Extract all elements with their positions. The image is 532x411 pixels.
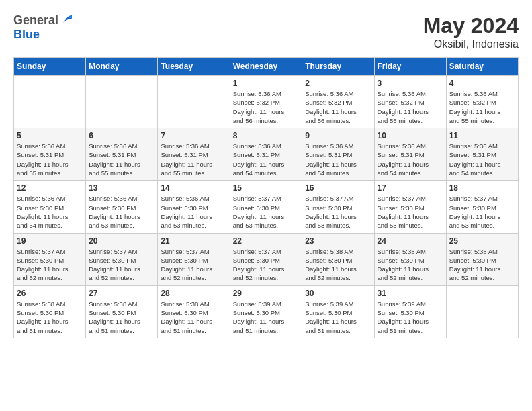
day-info: Sunrise: 5:36 AMSunset: 5:30 PMDaylight:… — [161, 194, 226, 230]
day-number: 29 — [233, 289, 300, 298]
day-number: 2 — [305, 79, 371, 88]
day-number: 10 — [378, 131, 443, 140]
calendar-cell: 24Sunrise: 5:38 AMSunset: 5:30 PMDayligh… — [374, 233, 446, 285]
calendar-cell: 8Sunrise: 5:36 AMSunset: 5:31 PMDaylight… — [230, 128, 302, 181]
day-number: 19 — [17, 236, 83, 246]
day-info: Sunrise: 5:36 AMSunset: 5:31 PMDaylight:… — [449, 142, 515, 177]
day-info: Sunrise: 5:37 AMSunset: 5:30 PMDaylight:… — [233, 247, 300, 283]
day-info: Sunrise: 5:36 AMSunset: 5:31 PMDaylight:… — [89, 142, 154, 177]
day-number: 30 — [305, 289, 371, 298]
day-info: Sunrise: 5:39 AMSunset: 5:30 PMDaylight:… — [378, 300, 443, 335]
day-number: 31 — [378, 289, 443, 298]
day-info: Sunrise: 5:37 AMSunset: 5:30 PMDaylight:… — [378, 194, 443, 230]
day-info: Sunrise: 5:36 AMSunset: 5:32 PMDaylight:… — [449, 89, 515, 125]
logo-blue-text: Blue — [13, 28, 40, 41]
calendar-cell: 9Sunrise: 5:36 AMSunset: 5:31 PMDaylight… — [302, 128, 374, 181]
day-info: Sunrise: 5:37 AMSunset: 5:30 PMDaylight:… — [17, 247, 83, 283]
calendar-cell: 7Sunrise: 5:36 AMSunset: 5:31 PMDaylight… — [158, 128, 230, 181]
month-title: May 2024 — [423, 13, 519, 38]
calendar-week-row: 1Sunrise: 5:36 AMSunset: 5:32 PMDaylight… — [14, 76, 519, 128]
logo-general-text: General — [13, 13, 58, 28]
day-info: Sunrise: 5:39 AMSunset: 5:30 PMDaylight:… — [305, 300, 371, 335]
calendar-week-row: 19Sunrise: 5:37 AMSunset: 5:30 PMDayligh… — [14, 233, 519, 285]
calendar-cell: 14Sunrise: 5:36 AMSunset: 5:30 PMDayligh… — [158, 181, 230, 233]
calendar-cell: 10Sunrise: 5:36 AMSunset: 5:31 PMDayligh… — [374, 128, 446, 181]
logo: General Blue — [13, 13, 72, 42]
header-row: SundayMondayTuesdayWednesdayThursdayFrid… — [14, 58, 519, 76]
calendar-cell: 30Sunrise: 5:39 AMSunset: 5:30 PMDayligh… — [302, 285, 374, 338]
day-info: Sunrise: 5:36 AMSunset: 5:31 PMDaylight:… — [17, 142, 83, 177]
day-number: 23 — [305, 236, 371, 246]
calendar-cell: 6Sunrise: 5:36 AMSunset: 5:31 PMDaylight… — [86, 128, 158, 181]
day-number: 27 — [89, 289, 154, 298]
day-info: Sunrise: 5:37 AMSunset: 5:30 PMDaylight:… — [161, 247, 226, 283]
day-number: 3 — [378, 79, 443, 88]
day-info: Sunrise: 5:37 AMSunset: 5:30 PMDaylight:… — [89, 247, 154, 283]
day-number: 25 — [449, 236, 515, 246]
day-info: Sunrise: 5:37 AMSunset: 5:30 PMDaylight:… — [305, 194, 371, 230]
calendar-cell: 23Sunrise: 5:38 AMSunset: 5:30 PMDayligh… — [302, 233, 374, 285]
day-info: Sunrise: 5:36 AMSunset: 5:31 PMDaylight:… — [233, 142, 300, 177]
day-info: Sunrise: 5:38 AMSunset: 5:30 PMDaylight:… — [161, 300, 226, 335]
day-header-wednesday: Wednesday — [230, 58, 302, 76]
calendar-cell: 21Sunrise: 5:37 AMSunset: 5:30 PMDayligh… — [158, 233, 230, 285]
day-header-tuesday: Tuesday — [158, 58, 230, 76]
calendar-cell: 5Sunrise: 5:36 AMSunset: 5:31 PMDaylight… — [14, 128, 86, 181]
day-header-thursday: Thursday — [302, 58, 374, 76]
calendar-cell: 16Sunrise: 5:37 AMSunset: 5:30 PMDayligh… — [302, 181, 374, 233]
calendar-cell: 17Sunrise: 5:37 AMSunset: 5:30 PMDayligh… — [374, 181, 446, 233]
calendar-week-row: 26Sunrise: 5:38 AMSunset: 5:30 PMDayligh… — [14, 285, 519, 338]
day-number: 20 — [89, 236, 154, 246]
day-number: 18 — [449, 183, 515, 193]
calendar-cell: 2Sunrise: 5:36 AMSunset: 5:32 PMDaylight… — [302, 76, 374, 128]
day-number: 28 — [161, 289, 226, 298]
calendar-cell: 3Sunrise: 5:36 AMSunset: 5:32 PMDaylight… — [374, 76, 446, 128]
calendar-cell: 22Sunrise: 5:37 AMSunset: 5:30 PMDayligh… — [230, 233, 302, 285]
title-block: May 2024 Oksibil, Indonesia — [423, 13, 519, 50]
day-info: Sunrise: 5:38 AMSunset: 5:30 PMDaylight:… — [89, 300, 154, 335]
day-number: 11 — [449, 131, 515, 140]
day-header-saturday: Saturday — [446, 58, 518, 76]
day-number: 24 — [378, 236, 443, 246]
day-number: 15 — [233, 183, 300, 193]
day-number: 12 — [17, 183, 83, 193]
day-header-monday: Monday — [86, 58, 158, 76]
location-title: Oksibil, Indonesia — [423, 38, 519, 50]
calendar-cell: 26Sunrise: 5:38 AMSunset: 5:30 PMDayligh… — [14, 285, 86, 338]
calendar-cell: 18Sunrise: 5:37 AMSunset: 5:30 PMDayligh… — [446, 181, 518, 233]
day-info: Sunrise: 5:36 AMSunset: 5:32 PMDaylight:… — [233, 89, 300, 125]
day-info: Sunrise: 5:36 AMSunset: 5:31 PMDaylight:… — [161, 142, 226, 177]
day-info: Sunrise: 5:38 AMSunset: 5:30 PMDaylight:… — [305, 247, 371, 283]
calendar-cell — [14, 76, 86, 128]
day-number: 6 — [89, 131, 154, 140]
calendar-cell: 29Sunrise: 5:39 AMSunset: 5:30 PMDayligh… — [230, 285, 302, 338]
calendar-cell: 25Sunrise: 5:38 AMSunset: 5:30 PMDayligh… — [446, 233, 518, 285]
day-info: Sunrise: 5:38 AMSunset: 5:30 PMDaylight:… — [449, 247, 515, 283]
day-number: 16 — [305, 183, 371, 193]
calendar-cell: 12Sunrise: 5:36 AMSunset: 5:30 PMDayligh… — [14, 181, 86, 233]
day-number: 7 — [161, 131, 226, 140]
calendar-cell: 19Sunrise: 5:37 AMSunset: 5:30 PMDayligh… — [14, 233, 86, 285]
logo-bird-icon — [60, 13, 72, 26]
calendar-cell: 20Sunrise: 5:37 AMSunset: 5:30 PMDayligh… — [86, 233, 158, 285]
calendar-week-row: 12Sunrise: 5:36 AMSunset: 5:30 PMDayligh… — [14, 181, 519, 233]
day-info: Sunrise: 5:36 AMSunset: 5:31 PMDaylight:… — [378, 142, 443, 177]
calendar-cell: 1Sunrise: 5:36 AMSunset: 5:32 PMDaylight… — [230, 76, 302, 128]
calendar-cell: 15Sunrise: 5:37 AMSunset: 5:30 PMDayligh… — [230, 181, 302, 233]
calendar-cell: 11Sunrise: 5:36 AMSunset: 5:31 PMDayligh… — [446, 128, 518, 181]
calendar-cell: 28Sunrise: 5:38 AMSunset: 5:30 PMDayligh… — [158, 285, 230, 338]
day-info: Sunrise: 5:37 AMSunset: 5:30 PMDaylight:… — [449, 194, 515, 230]
calendar-cell: 27Sunrise: 5:38 AMSunset: 5:30 PMDayligh… — [86, 285, 158, 338]
day-number: 17 — [378, 183, 443, 193]
calendar-cell: 13Sunrise: 5:36 AMSunset: 5:30 PMDayligh… — [86, 181, 158, 233]
calendar-week-row: 5Sunrise: 5:36 AMSunset: 5:31 PMDaylight… — [14, 128, 519, 181]
day-header-friday: Friday — [374, 58, 446, 76]
day-info: Sunrise: 5:36 AMSunset: 5:32 PMDaylight:… — [378, 89, 443, 125]
page-header: General Blue May 2024 Oksibil, Indonesia — [13, 13, 519, 50]
calendar-cell — [86, 76, 158, 128]
day-number: 8 — [233, 131, 300, 140]
day-number: 4 — [449, 79, 515, 88]
day-number: 21 — [161, 236, 226, 246]
day-number: 13 — [89, 183, 154, 193]
day-info: Sunrise: 5:36 AMSunset: 5:30 PMDaylight:… — [89, 194, 154, 230]
